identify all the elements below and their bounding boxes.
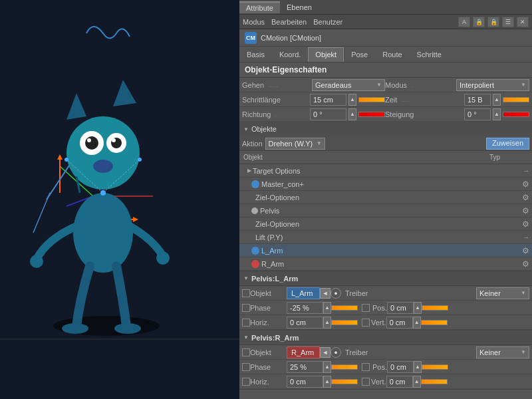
pelvis-larm-horiz-check[interactable] xyxy=(242,319,250,327)
pelvis-rarm-vert-arrow[interactable]: ▲ xyxy=(413,376,421,388)
schrittlaenge-input[interactable]: 15 cm xyxy=(310,94,346,106)
richtung-left: Richtung . 0 ° ▲ xyxy=(242,108,385,120)
tab-objekt[interactable]: Objekt xyxy=(308,47,344,62)
pelvis-rarm-pos-check[interactable] xyxy=(362,363,370,371)
tab-route[interactable]: Route xyxy=(375,47,409,62)
pelvis-larm-pos-arrow[interactable]: ▲ xyxy=(414,302,422,314)
pelvis-rarm-phase-slider[interactable] xyxy=(331,364,358,370)
pelvis-larm-vert-slider[interactable] xyxy=(421,320,448,325)
icon-a[interactable]: A xyxy=(458,17,470,27)
icon-lock2[interactable]: 🔒 xyxy=(487,17,499,27)
pelvis-larm-circle-icon[interactable]: ● xyxy=(331,288,341,299)
pelvis-rarm-phase-row: Phase 25 % ▲ Pos. 0 cm ▲ xyxy=(239,360,532,374)
tab-basis[interactable]: Basis xyxy=(239,47,272,62)
pelvis-larm-arrow-icon[interactable]: ◄ xyxy=(320,288,331,299)
tree-row-lift[interactable]: Lift (P.Y) → xyxy=(239,231,532,244)
pelvis-rarm-vert-check[interactable] xyxy=(362,378,370,386)
pelvis-larm-vert-arrow[interactable]: ▲ xyxy=(413,317,421,329)
pelvis-larm-pos-input[interactable]: 0 cm xyxy=(387,302,414,314)
objects-triangle[interactable]: ▼ xyxy=(243,126,249,132)
action-dropdown[interactable]: Drehen (W.Y) ▼ xyxy=(265,138,325,150)
pelvis-larm-vert-input[interactable]: 0 cm xyxy=(386,317,413,329)
schrittlaenge-slider[interactable] xyxy=(358,97,385,102)
pelvis-larm-phase-check[interactable] xyxy=(242,304,250,312)
gehen-dropdown[interactable]: Geradeaus ▼ xyxy=(312,79,385,91)
icon-close[interactable]: ✕ xyxy=(517,17,529,27)
tree-row-target[interactable]: ▶ Target Options → xyxy=(239,164,532,178)
pelvis-rarm-phase-arrow[interactable]: ▲ xyxy=(323,361,331,373)
tree-row-pelvis[interactable]: Pelvis ⚙ xyxy=(239,204,532,217)
ziel1-name: Ziel-Optionen xyxy=(255,194,522,201)
sub-menu-modus[interactable]: Modus xyxy=(243,18,265,26)
tab-pose[interactable]: Pose xyxy=(344,47,375,62)
pelvis-larm-objekt-label: Objekt xyxy=(250,289,287,297)
zeit-arrow[interactable]: ▲ xyxy=(493,94,501,106)
pelvis-rarm-check[interactable] xyxy=(242,348,250,356)
pelvis-rarm-phase-check[interactable] xyxy=(242,363,250,371)
pelvis-larm-pos-label: Pos. xyxy=(372,304,387,312)
pelvis-larm-pos-slider[interactable] xyxy=(422,305,448,311)
zeit-input[interactable]: 15 B xyxy=(464,94,491,106)
pelvis-rarm-pos-slider[interactable] xyxy=(422,364,448,370)
svg-point-23 xyxy=(30,255,43,268)
eigenschaften-title: Objekt-Eigenschaften xyxy=(239,63,532,78)
pelvis-rarm-horiz-check[interactable] xyxy=(242,378,250,386)
pelvis-larm-pos-check[interactable] xyxy=(362,304,370,312)
richtung-arrow[interactable]: ▲ xyxy=(348,108,356,120)
pelvis-rarm-horiz-arrow[interactable]: ▲ xyxy=(323,376,331,388)
pelvis-larm-phase-input[interactable]: -25 % xyxy=(287,302,323,314)
pelvis-rarm-triangle[interactable]: ▼ xyxy=(243,334,249,340)
menu-tab-ebenen[interactable]: Ebenen xyxy=(280,2,319,13)
tab-schritte[interactable]: Schritte xyxy=(410,47,449,62)
pelvis-rarm-pos-input[interactable]: 0 cm xyxy=(387,361,414,373)
modus-dropdown[interactable]: Interpoliert ▼ xyxy=(456,79,529,91)
pelvis-larm-phase-row: Phase -25 % ▲ Pos. 0 cm ▲ xyxy=(239,301,532,315)
pelvis-larm-horiz-input[interactable]: 0 cm xyxy=(287,317,323,329)
sub-menu-benutzer[interactable]: Benutzer xyxy=(313,18,342,26)
pelvis-rarm-obj-pill[interactable]: R_Arm xyxy=(287,346,320,358)
pelvis-larm-treiber-dropdown[interactable]: Keiner ▼ xyxy=(476,287,529,299)
pelvis-larm-triangle[interactable]: ▼ xyxy=(243,275,249,281)
tree-row-ziel2[interactable]: Ziel-Optionen ⚙ xyxy=(239,217,532,231)
pelvis-rarm-pos-arrow[interactable]: ▲ xyxy=(414,361,422,373)
viewport-canvas xyxy=(0,0,239,399)
steigung-slider[interactable] xyxy=(503,112,529,117)
pelvis-larm-check[interactable] xyxy=(242,289,250,297)
pelvis-larm-phase-arrow[interactable]: ▲ xyxy=(323,302,331,314)
tree-row-rarm[interactable]: R_Arm ⚙ xyxy=(239,257,532,271)
zeit-slider[interactable] xyxy=(503,97,529,102)
pelvis-rarm-horiz-input[interactable]: 0 cm xyxy=(287,376,323,388)
pelvis-larm-horiz-slider[interactable] xyxy=(331,320,358,325)
pelvis-rarm-phase-input[interactable]: 25 % xyxy=(287,361,323,373)
pelvis-larm-phase-slider[interactable] xyxy=(331,305,358,311)
icon-menu[interactable]: ☰ xyxy=(502,17,514,27)
tree-row-master[interactable]: Master_con+ ⚙ xyxy=(239,178,532,191)
schrittlaenge-up[interactable]: ▲ xyxy=(348,94,356,106)
pelvis-rarm-vert-input[interactable]: 0 cm xyxy=(386,376,413,388)
richtung-input[interactable]: 0 ° xyxy=(310,108,346,120)
pelvis-rarm-arrow-icon[interactable]: ◄ xyxy=(320,347,331,358)
tree-row-larm[interactable]: L_Arm ⚙ xyxy=(239,244,532,257)
pelvis-rarm-vert-slider[interactable] xyxy=(421,379,448,384)
pelvis-larm-horiz-arrow[interactable]: ▲ xyxy=(323,317,331,329)
lift-name: Lift (P.Y) xyxy=(255,233,523,241)
richtung-label: Richtung xyxy=(242,110,271,118)
viewport[interactable] xyxy=(0,0,239,399)
steigung-input[interactable]: 0 ° xyxy=(464,108,491,120)
pelvis-rarm-treiber-dropdown[interactable]: Keiner ▼ xyxy=(476,346,529,358)
gehen-dots: ...... xyxy=(268,82,308,88)
pelvis-rarm-circle-icon[interactable]: ● xyxy=(331,347,341,358)
sub-menu-bearbeiten[interactable]: Bearbeiten xyxy=(271,18,307,26)
icon-lock1[interactable]: 🔒 xyxy=(473,17,485,27)
zuweisen-button[interactable]: Zuweisen xyxy=(486,138,529,150)
steigung-arrow[interactable]: ▲ xyxy=(493,108,501,120)
tree-row-ziel1[interactable]: Ziel-Optionen ⚙ xyxy=(239,191,532,204)
tab-koord[interactable]: Koord. xyxy=(272,47,308,62)
pelvis-larm-vert-check[interactable] xyxy=(362,319,370,327)
pelvis-rarm-horiz-slider[interactable] xyxy=(331,379,358,384)
menu-tab-attribute[interactable]: Attribute xyxy=(239,1,280,13)
richtung-slider[interactable] xyxy=(358,112,385,117)
svg-point-26 xyxy=(114,323,141,334)
sub-menu-right: A 🔒 🔒 ☰ ✕ xyxy=(458,17,529,27)
pelvis-larm-obj-pill[interactable]: L_Arm xyxy=(287,287,320,299)
